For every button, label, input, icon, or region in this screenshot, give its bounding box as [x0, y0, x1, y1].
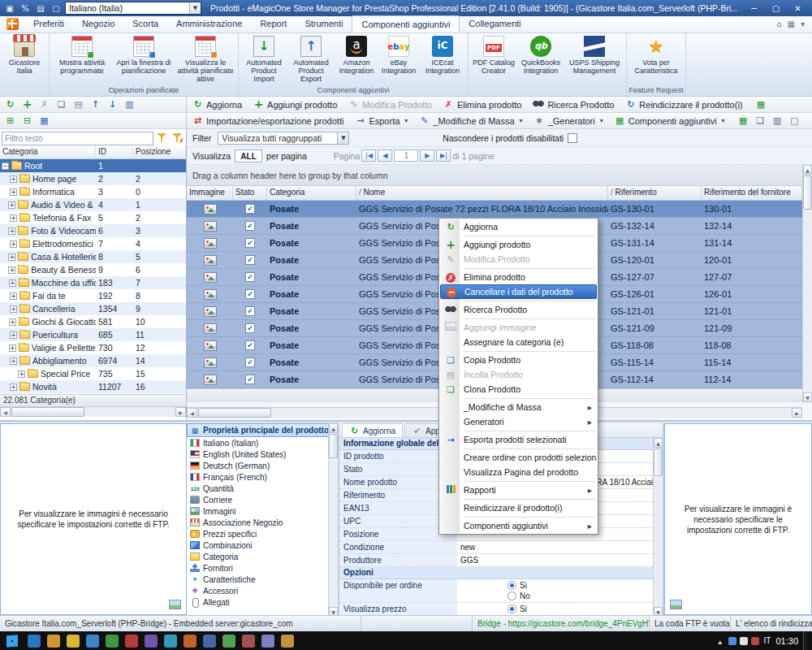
radio-icon[interactable] [508, 604, 516, 613]
grid-column-header[interactable]: Nome [356, 186, 608, 200]
taskbar-app-icon[interactable] [222, 635, 235, 648]
secondary-toolbar-button[interactable]: Componenti aggiuntivi [609, 113, 731, 128]
category-row[interactable]: Giochi & Giocattoli 581 10 [0, 315, 186, 328]
ribbon-item-icecat[interactable]: ICEcat Integration [419, 35, 466, 76]
ribbon-item-quickbooks[interactable]: QuickBooks Integration [517, 35, 564, 76]
close-button[interactable] [787, 2, 809, 15]
menu-tab[interactable]: Preferiti [24, 15, 73, 32]
row-status-checkbox[interactable] [245, 306, 255, 316]
context-menu-item[interactable]: Clona Prodotto [440, 382, 597, 396]
taskbar-app-icon[interactable] [242, 635, 255, 648]
property-item[interactable]: Deutsch (German) [187, 460, 338, 471]
row-status-checkbox[interactable] [245, 340, 255, 350]
show-desktop-button[interactable] [803, 631, 807, 650]
last-page-button[interactable] [436, 150, 451, 162]
next-page-button[interactable] [420, 150, 434, 162]
taskbar-app-icon[interactable] [67, 635, 80, 648]
grid-vertical-scrollbar[interactable] [802, 165, 812, 402]
grid-column-header[interactable]: Categoria [267, 186, 356, 200]
language-indicator[interactable]: IT [764, 636, 771, 645]
taskbar-app-icon[interactable] [47, 635, 60, 648]
group-filter-select[interactable]: Visualizza tutti raggruppati [218, 132, 349, 145]
property-item[interactable]: Associazione Negozio [187, 517, 338, 528]
column-header-posizione[interactable]: Posizione [133, 146, 186, 158]
scroll-up-icon[interactable] [803, 165, 812, 175]
product-toolbar-button[interactable]: Modifica Prodotto [343, 97, 438, 112]
row-status-checkbox[interactable] [245, 358, 255, 367]
toolbar-extra-button[interactable] [771, 98, 786, 111]
category-filter-input[interactable] [2, 132, 153, 145]
scroll-right-icon[interactable] [175, 407, 186, 417]
form-scrollbar[interactable] [653, 438, 663, 615]
scroll-up-icon[interactable] [654, 438, 663, 448]
property-item[interactable]: Français (French) [187, 471, 338, 483]
context-menu-item[interactable]: Cancellare i dati del prodotto [440, 284, 597, 299]
grid-column-header[interactable]: Riferimento del fornitore [702, 186, 802, 200]
scroll-down-icon[interactable] [803, 392, 812, 402]
ribbon-item-usps[interactable]: USPS Shipping Management [564, 35, 624, 76]
column-header-id[interactable]: ID [96, 146, 133, 158]
property-item[interactable]: Immagini [187, 505, 338, 517]
scrollbar-thumb[interactable] [11, 407, 84, 417]
category-row[interactable]: Telefonia & Fax 5 2 [0, 211, 186, 224]
context-menu-item[interactable]: Esporta prodotti selezionati [440, 432, 597, 447]
row-status-checkbox[interactable] [245, 238, 255, 248]
category-toolbar-button[interactable] [37, 114, 52, 128]
previous-page-button[interactable] [378, 150, 392, 162]
ribbon-item-product-import[interactable]: Automated Product Import [240, 35, 287, 84]
context-menu-item[interactable]: Aggiungi immagine [440, 320, 597, 335]
category-row[interactable]: Cancelleria 1354 9 [0, 302, 186, 315]
category-row[interactable]: Valigie & Pelletteria 730 12 [0, 341, 186, 354]
grid-column-header[interactable]: Immagine [187, 186, 233, 200]
grid-column-header[interactable]: Stato [233, 186, 267, 200]
property-item[interactable]: Corriere [187, 494, 338, 505]
property-item[interactable]: Categoria [187, 551, 338, 562]
expander-icon[interactable] [2, 162, 9, 170]
form-field-row[interactable]: Condizione new [339, 541, 663, 554]
category-toolbar-button[interactable] [2, 114, 18, 128]
clear-filter-icon[interactable] [171, 132, 184, 145]
context-menu-item[interactable]: Modifica Prodotto [440, 252, 597, 266]
context-menu-item[interactable]: _Modifiche di Massa [440, 400, 597, 414]
expander-icon[interactable] [8, 254, 15, 261]
category-toolbar-button[interactable] [105, 98, 120, 111]
product-toolbar-button[interactable]: Ricerca Prodotto [527, 97, 620, 112]
property-item[interactable]: English (United States) [187, 448, 338, 460]
category-toolbar-button[interactable] [122, 98, 137, 111]
expander-icon[interactable] [10, 332, 17, 339]
menu-tab[interactable]: Collegamenti [460, 15, 529, 32]
product-toolbar-button[interactable]: Elimina prodotto [438, 97, 528, 112]
property-item[interactable]: Allegati [187, 596, 338, 608]
per-page-select[interactable]: ALL [235, 150, 262, 162]
image-icon[interactable] [169, 600, 181, 609]
scroll-left-icon[interactable] [187, 408, 197, 418]
radio-option-no[interactable]: No [508, 591, 659, 601]
scroll-right-icon[interactable] [792, 408, 802, 418]
scrollbar-thumb[interactable] [329, 434, 338, 458]
expander-icon[interactable] [10, 306, 17, 313]
context-menu-item[interactable]: Generatori [440, 414, 597, 429]
category-row[interactable]: Casa & Hotellerie, G 8 5 [0, 250, 186, 263]
menu-tab[interactable]: Report [251, 15, 296, 32]
maximize-button[interactable] [765, 2, 787, 15]
home-icon[interactable] [776, 20, 781, 28]
category-row[interactable]: Beauty & Benessere 9 6 [0, 263, 186, 276]
collapse-ribbon-icon[interactable] [801, 20, 805, 28]
category-row[interactable]: Abbigliamento 6974 14 [0, 354, 186, 367]
product-toolbar-button[interactable]: Reindicizzare il prodotto(i) [620, 97, 748, 112]
taskbar-app-icon[interactable] [164, 635, 177, 648]
scroll-up-icon[interactable] [329, 423, 338, 433]
category-toolbar-button[interactable] [19, 114, 35, 128]
context-menu-item[interactable]: Creare ordine con prodotti selezionati [440, 450, 597, 465]
tray-icon[interactable] [740, 637, 748, 645]
context-menu-item[interactable]: Reindicizzare il prodotto(i) [440, 500, 597, 515]
context-menu-item[interactable]: Ricerca Prodotto [440, 302, 597, 317]
scrollbar-thumb[interactable] [654, 448, 663, 476]
properties-header[interactable]: Proprietà principale del prodotto [187, 423, 338, 437]
properties-scrollbar[interactable] [328, 423, 338, 615]
minimize-button[interactable] [743, 2, 765, 15]
image-icon[interactable] [670, 600, 682, 609]
menu-tab[interactable]: Scorta [123, 15, 167, 32]
radio-icon[interactable] [508, 592, 516, 600]
ribbon-item-product-export[interactable]: Automated Product Export [287, 35, 335, 84]
